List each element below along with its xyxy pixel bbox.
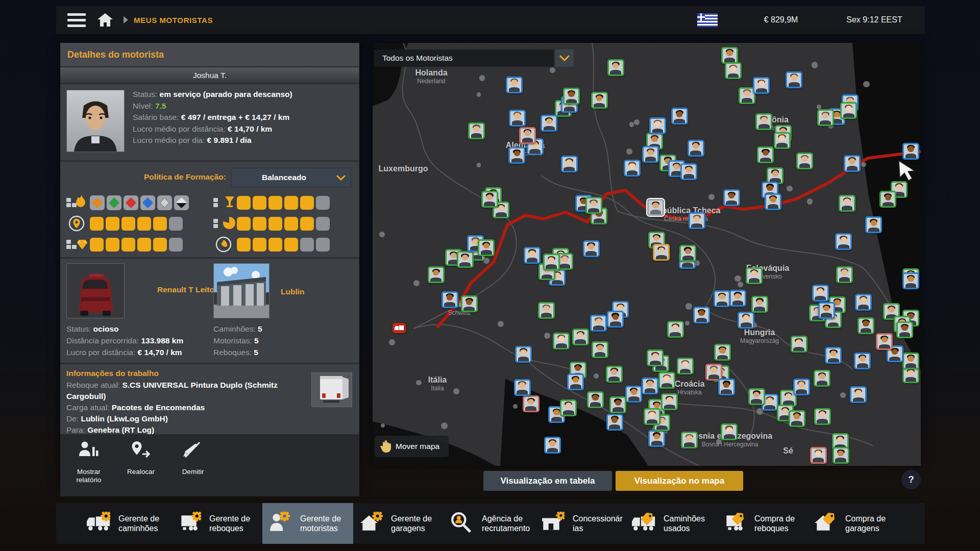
driver-marker[interactable] xyxy=(468,122,485,139)
driver-marker[interactable] xyxy=(649,117,666,134)
driver-marker[interactable] xyxy=(746,267,763,284)
driver-marker[interactable] xyxy=(560,399,577,416)
driver-marker[interactable] xyxy=(854,353,871,369)
nav-item-used-trucks[interactable]: Caminhões usados xyxy=(626,503,717,544)
driver-marker[interactable] xyxy=(855,294,872,311)
driver-marker[interactable] xyxy=(679,245,696,262)
driver-filter-dropdown[interactable]: Todos os Motoristas xyxy=(374,49,554,67)
garage-name[interactable]: Lublin xyxy=(281,287,305,296)
driver-marker[interactable] xyxy=(902,143,919,160)
driver-marker[interactable] xyxy=(748,388,765,405)
driver-marker[interactable] xyxy=(543,254,560,270)
driver-marker[interactable] xyxy=(681,432,698,448)
driver-marker[interactable] xyxy=(751,296,768,313)
table-view-button[interactable]: Visualização em tabela xyxy=(483,471,612,491)
driver-marker[interactable] xyxy=(519,127,536,144)
greek-flag-icon[interactable] xyxy=(697,13,718,27)
nav-item-recruitment-agency[interactable]: Agência de recrutamento xyxy=(444,503,535,544)
help-button[interactable]: ? xyxy=(901,470,921,489)
driver-marker[interactable] xyxy=(689,212,705,229)
breadcrumb[interactable]: MEUS MOTORISTAS xyxy=(134,16,213,24)
driver-marker[interactable] xyxy=(583,240,600,257)
driver-marker[interactable] xyxy=(572,329,589,345)
driver-marker[interactable] xyxy=(757,146,774,163)
nav-item-garage-purchase[interactable]: Compra de garagens xyxy=(807,503,898,544)
driver-marker[interactable] xyxy=(642,378,658,394)
driver-marker[interactable] xyxy=(818,302,835,319)
driver-marker[interactable] xyxy=(607,59,624,76)
driver-marker[interactable] xyxy=(714,290,730,307)
driver-marker[interactable] xyxy=(478,239,495,256)
driver-marker[interactable] xyxy=(857,317,874,334)
driver-marker[interactable] xyxy=(705,364,722,381)
driver-marker[interactable] xyxy=(902,353,919,369)
move-map-button[interactable]: Mover mapa xyxy=(375,436,449,457)
driver-marker[interactable] xyxy=(642,146,659,163)
driver-marker[interactable] xyxy=(718,379,735,395)
driver-marker[interactable] xyxy=(879,191,896,208)
driver-marker[interactable] xyxy=(587,391,604,408)
driver-marker[interactable] xyxy=(832,447,849,464)
driver-marker[interactable] xyxy=(714,344,731,361)
home-icon[interactable] xyxy=(97,12,113,30)
driver-marker[interactable] xyxy=(658,372,675,389)
driver-marker[interactable] xyxy=(812,285,829,302)
driver-marker[interactable] xyxy=(461,295,478,312)
driver-marker[interactable] xyxy=(810,447,827,464)
driver-marker[interactable] xyxy=(729,290,746,307)
driver-filter-chevron[interactable] xyxy=(555,49,574,67)
driver-marker[interactable] xyxy=(625,386,642,403)
driver-marker[interactable] xyxy=(609,396,626,413)
driver-marker[interactable] xyxy=(541,115,557,132)
driver-map[interactable]: HolandaNederlandAlemanhaDeutschlandLuxem… xyxy=(373,43,921,466)
driver-marker[interactable] xyxy=(876,333,893,350)
driver-marker[interactable] xyxy=(647,349,664,366)
garage-thumbnail[interactable] xyxy=(213,263,270,318)
driver-marker[interactable] xyxy=(553,333,570,349)
driver-marker[interactable] xyxy=(515,346,532,363)
driver-marker[interactable] xyxy=(585,197,602,214)
driver-marker[interactable] xyxy=(538,302,555,319)
driver-marker[interactable] xyxy=(677,358,694,374)
driver-marker[interactable] xyxy=(523,395,540,412)
driver-marker[interactable] xyxy=(825,347,842,364)
driver-marker[interactable] xyxy=(865,216,882,233)
driver-marker[interactable] xyxy=(606,414,623,431)
driver-marker[interactable] xyxy=(524,247,541,264)
driver-marker[interactable] xyxy=(793,379,810,395)
nav-item-garage-manager[interactable]: Gerente de garagens xyxy=(353,503,444,544)
driver-marker[interactable] xyxy=(765,193,781,210)
driver-marker[interactable] xyxy=(563,88,580,105)
driver-marker[interactable] xyxy=(667,321,684,338)
driver-marker[interactable] xyxy=(774,132,791,149)
show-report-button[interactable]: Mostrar relatório xyxy=(66,440,111,484)
driver-marker[interactable] xyxy=(902,272,919,289)
driver-marker[interactable] xyxy=(661,393,678,410)
driver-marker[interactable] xyxy=(840,102,857,119)
driver-marker[interactable] xyxy=(606,366,623,383)
driver-marker[interactable] xyxy=(481,191,498,208)
driver-marker[interactable] xyxy=(786,71,802,88)
driver-marker[interactable] xyxy=(844,155,861,172)
driver-marker[interactable] xyxy=(567,373,584,390)
driver-marker[interactable] xyxy=(561,156,578,172)
driver-marker[interactable] xyxy=(428,266,445,283)
dismiss-button[interactable]: Demitir xyxy=(170,440,215,476)
driver-marker[interactable] xyxy=(817,109,834,126)
driver-marker[interactable] xyxy=(836,266,853,283)
driver-marker[interactable] xyxy=(644,408,660,425)
menu-icon[interactable] xyxy=(67,13,86,27)
driver-marker[interactable] xyxy=(835,233,852,250)
nav-item-truck-manager[interactable]: Gerente de caminhões xyxy=(81,503,172,544)
driver-marker[interactable] xyxy=(789,410,805,427)
nav-item-trailer-purchase[interactable]: Compra de reboques xyxy=(717,503,807,544)
driver-marker[interactable] xyxy=(680,163,697,180)
driver-marker[interactable] xyxy=(688,140,704,157)
driver-marker[interactable] xyxy=(624,160,641,177)
driver-marker[interactable] xyxy=(738,312,754,329)
player-truck-marker[interactable] xyxy=(393,323,406,333)
driver-marker[interactable] xyxy=(544,437,561,454)
driver-marker[interactable] xyxy=(607,311,624,328)
truck-thumbnail[interactable] xyxy=(66,263,125,318)
driver-marker[interactable] xyxy=(721,423,738,440)
